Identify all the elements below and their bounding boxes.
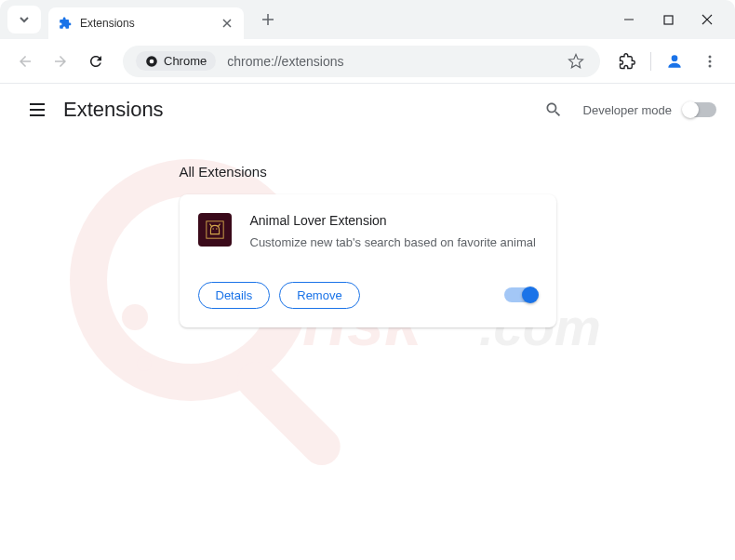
remove-button[interactable]: Remove (279, 282, 359, 309)
svg-point-15 (212, 228, 213, 229)
browser-tab[interactable]: Extensions (48, 7, 244, 39)
more-vertical-icon (702, 54, 717, 69)
address-bar[interactable]: Chrome chrome://extensions (123, 46, 600, 77)
minimize-icon (623, 14, 635, 25)
chevron-down-icon (19, 14, 30, 25)
profile-icon (665, 52, 684, 71)
maximize-button[interactable] (659, 10, 677, 29)
maximize-icon (663, 15, 674, 25)
chrome-chip-label: Chrome (164, 54, 207, 68)
developer-mode-label: Developer mode (583, 103, 672, 117)
page-content: All Extensions Animal Lover Extension Cu… (0, 136, 735, 327)
developer-mode-toggle[interactable] (683, 102, 716, 117)
tab-close-button[interactable] (220, 16, 234, 31)
extension-enable-toggle[interactable] (504, 287, 538, 302)
tab-title: Extensions (80, 17, 220, 30)
back-button[interactable] (9, 46, 41, 77)
close-window-button[interactable] (698, 10, 716, 29)
window-titlebar: Extensions (0, 0, 735, 39)
forward-button[interactable] (45, 46, 76, 77)
arrow-right-icon (52, 53, 69, 70)
profile-button[interactable] (659, 46, 690, 77)
reload-icon (87, 53, 104, 70)
arrow-left-icon (17, 53, 33, 70)
svg-point-10 (672, 55, 678, 61)
extension-puzzle-icon (58, 16, 73, 31)
minimize-button[interactable] (620, 10, 638, 29)
svg-point-3 (137, 356, 152, 371)
extension-card: Animal Lover Extension Customize new tab… (180, 194, 556, 327)
toolbar-divider (650, 52, 651, 71)
window-controls (620, 10, 735, 29)
svg-point-9 (150, 59, 154, 63)
hamburger-icon (28, 100, 47, 119)
page-title: Extensions (63, 98, 164, 122)
extension-description: Customize new tab's search based on favo… (250, 233, 538, 252)
puzzle-icon (619, 53, 635, 70)
details-button[interactable]: Details (198, 282, 271, 309)
svg-rect-14 (206, 221, 222, 238)
extension-icon (198, 213, 232, 247)
section-title: All Extensions (180, 164, 556, 180)
extensions-button[interactable] (611, 46, 643, 77)
search-icon (544, 100, 563, 119)
new-tab-button[interactable] (255, 7, 281, 33)
plus-icon (261, 13, 274, 26)
svg-point-13 (709, 64, 712, 67)
svg-rect-1 (230, 354, 348, 466)
chrome-icon (145, 55, 158, 68)
tab-search-button[interactable] (7, 6, 41, 33)
url-text: chrome://extensions (227, 54, 565, 69)
menu-button[interactable] (694, 46, 726, 77)
bookmark-button[interactable] (565, 53, 587, 70)
page-header: Extensions Developer mode (0, 84, 735, 136)
svg-point-16 (216, 228, 217, 229)
star-icon (568, 53, 584, 70)
svg-point-12 (709, 60, 712, 62)
browser-toolbar: Chrome chrome://extensions (0, 39, 735, 84)
extension-name: Animal Lover Extension (250, 213, 538, 228)
animal-icon (205, 220, 225, 240)
close-icon (702, 14, 713, 25)
reload-button[interactable] (80, 46, 112, 77)
close-icon (222, 19, 232, 28)
svg-point-11 (709, 55, 712, 58)
svg-rect-7 (664, 16, 673, 24)
chrome-chip: Chrome (136, 51, 216, 71)
hamburger-menu-button[interactable] (19, 91, 56, 128)
search-button[interactable] (535, 91, 572, 128)
